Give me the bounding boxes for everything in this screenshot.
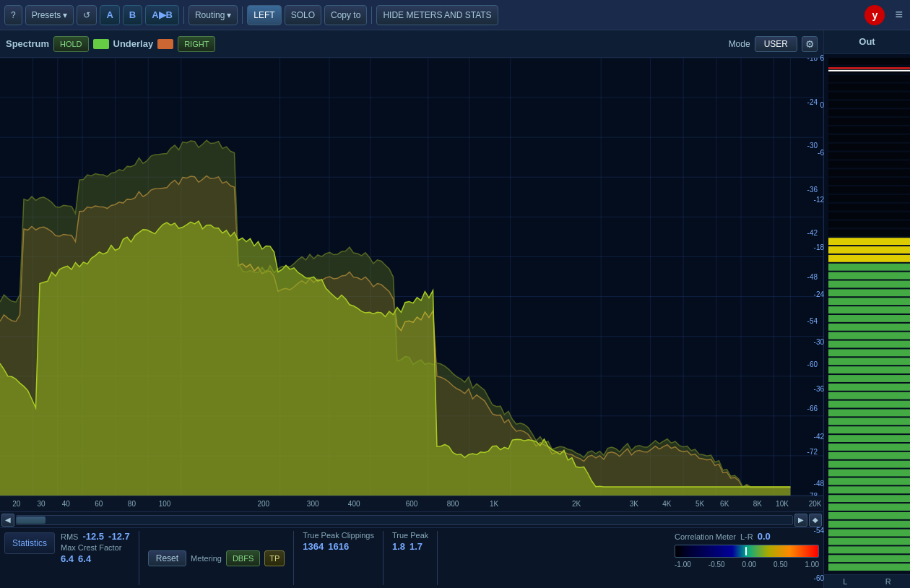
crest-val1: 6.4 — [61, 553, 74, 564]
scroll-left-button[interactable]: ◀ — [1, 514, 14, 527]
spectrum-canvas — [0, 58, 823, 496]
presets-button[interactable]: Presets ▾ — [25, 5, 74, 25]
statistics-label: Statistics — [4, 532, 55, 554]
main-content: Spectrum HOLD Underlay RIGHT Mode USER ⚙… — [0, 30, 910, 588]
reset-button[interactable]: Reset — [148, 550, 186, 566]
crest-val2: 6.4 — [78, 553, 91, 564]
freq-label: 80 — [128, 500, 136, 508]
crest-row: Max Crest Factor — [61, 543, 130, 552]
copyto-button[interactable]: Copy to — [324, 5, 367, 25]
spectrum-title: Spectrum — [6, 38, 49, 49]
main-menu-button[interactable]: ≡ — [892, 7, 906, 22]
hold-color-swatch — [93, 39, 109, 49]
freq-label: 800 — [447, 500, 459, 508]
tpc-val2: 1616 — [328, 541, 349, 552]
hide-meters-button[interactable]: HIDE METERS AND STATS — [376, 5, 498, 25]
statistics-bar: Statistics RMS -12.5 -12.7 Max Crest Fac… — [0, 527, 823, 588]
corr-indicator — [745, 547, 747, 555]
freq-label: 4K — [662, 500, 671, 508]
vu-footer-l: L — [843, 577, 847, 586]
vu-body: 60-6-12-18-24-30-36-42-48-54-60 — [824, 54, 910, 574]
corr-channel: L-R — [740, 532, 753, 541]
reset-metering-row: Reset Metering DBFS TP — [148, 531, 285, 585]
divider1 — [139, 531, 139, 585]
rms-val2: -12.7 — [108, 531, 130, 542]
rms-row: RMS -12.5 -12.7 — [61, 531, 130, 542]
freq-label: 1K — [490, 500, 498, 508]
diamond-button[interactable]: ◆ — [809, 514, 822, 527]
tpc-label: True Peak Clippings — [303, 531, 374, 540]
separator — [183, 7, 184, 24]
freq-label: 60 — [95, 500, 103, 508]
ab-a-button[interactable]: A — [100, 5, 119, 25]
freq-label: 8K — [753, 500, 762, 508]
divider2 — [293, 531, 294, 585]
right-channel-button[interactable]: RIGHT — [178, 36, 215, 52]
scrollbar-thumb[interactable] — [17, 516, 46, 524]
freq-label: 30 — [37, 500, 45, 508]
presets-chevron-icon: ▾ — [63, 10, 67, 20]
underlay-color-swatch — [157, 39, 173, 49]
true-peak-section: True Peak 1.8 1.7 — [392, 531, 428, 585]
freq-label: 600 — [406, 500, 418, 508]
vu-bars — [827, 54, 910, 574]
scroll-right-button[interactable]: ▶ — [794, 514, 807, 527]
tp-label: True Peak — [392, 531, 428, 540]
separator2 — [242, 7, 243, 24]
dbfs-button[interactable]: DBFS — [226, 550, 260, 566]
solo-button[interactable]: SOLO — [285, 5, 321, 25]
frequency-axis: 20304060801002003004006008001K2K3K4K5K6K… — [0, 496, 823, 511]
vu-scale-label: -60 — [814, 574, 824, 582]
ab-b-button[interactable]: B — [123, 5, 142, 25]
crest-vals-row: 6.4 6.4 — [61, 553, 130, 564]
tp-val2: 1.7 — [410, 541, 422, 552]
corr-axis-label: 0.00 — [742, 561, 756, 568]
corr-header: Correlation Meter L-R 0.0 — [675, 531, 819, 542]
toolbar: ? Presets ▾ ↺ A B A▶B Routing ▾ LEFT SOL… — [0, 0, 910, 30]
vu-scale-label: -12 — [814, 196, 824, 204]
settings-button[interactable]: ⚙ — [802, 36, 818, 52]
corr-value: 0.0 — [758, 531, 771, 542]
corr-axis: -1.00 -0.50 0.00 0.50 1.00 — [675, 561, 819, 568]
vu-scale-label: 6 — [820, 54, 824, 62]
tp-val1: 1.8 — [392, 541, 405, 552]
left-button[interactable]: LEFT — [247, 5, 281, 25]
tpc-val1: 1364 — [303, 541, 324, 552]
tpc-label-row: True Peak Clippings — [303, 531, 374, 540]
vu-header: Out — [824, 30, 910, 54]
presets-label: Presets — [32, 10, 61, 20]
out-label: Out — [859, 36, 875, 47]
hold-button[interactable]: HOLD — [53, 36, 89, 52]
tp-vals-row: 1.8 1.7 — [392, 541, 428, 552]
mode-button[interactable]: USER — [755, 36, 797, 52]
separator3 — [371, 7, 372, 24]
app-logo: y — [864, 5, 889, 25]
routing-button[interactable]: Routing ▾ — [188, 5, 238, 25]
ab-copy-button[interactable]: A▶B — [145, 5, 179, 25]
rms-val1: -12.5 — [82, 531, 104, 542]
divider3 — [383, 531, 384, 585]
freq-label: 20K — [809, 500, 822, 508]
vu-scale-label: -6 — [818, 149, 824, 157]
vu-scale-label: -42 — [814, 433, 824, 441]
reset-button[interactable]: ↺ — [77, 5, 97, 25]
scrollbar-row: ◀ ▶ ◆ — [0, 511, 823, 527]
spectrum-area: Spectrum HOLD Underlay RIGHT Mode USER ⚙… — [0, 30, 823, 588]
tp-button[interactable]: TP — [264, 550, 285, 566]
true-peak-clip-section: True Peak Clippings 1364 1616 — [303, 531, 374, 585]
divider4 — [437, 531, 438, 585]
freq-label: 40 — [62, 500, 70, 508]
spectrum-header: Spectrum HOLD Underlay RIGHT Mode USER ⚙ — [0, 30, 823, 58]
vu-footer: LR — [824, 574, 910, 588]
scrollbar-track[interactable] — [16, 515, 793, 525]
freq-label: 5K — [696, 500, 704, 508]
vu-scale-label: -54 — [814, 527, 824, 535]
vu-scale-label: 0 — [820, 101, 824, 109]
freq-label: 20 — [12, 500, 20, 508]
vu-meter: Out 60-6-12-18-24-30-36-42-48-54-60 LR — [823, 30, 910, 588]
correlation-bar — [675, 545, 819, 558]
tp-label-row: True Peak — [392, 531, 428, 540]
help-button[interactable]: ? — [4, 5, 22, 25]
corr-axis-label: -1.00 — [675, 561, 691, 568]
freq-label: 6K — [720, 500, 729, 508]
